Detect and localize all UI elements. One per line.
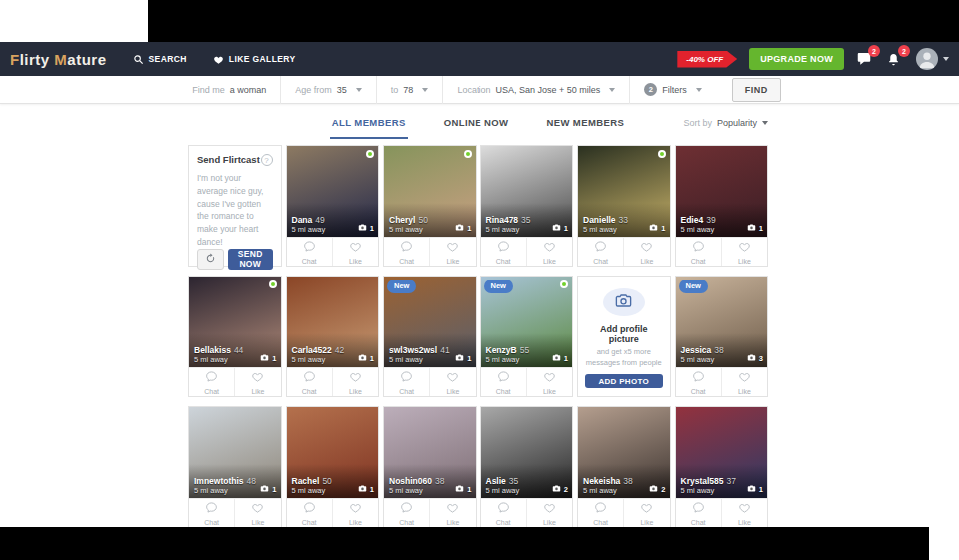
account-menu[interactable] — [916, 48, 949, 70]
chat-button[interactable]: Chat — [578, 499, 623, 527]
member-card[interactable]: New Rachel50 5 mi away 1 Chat — [286, 406, 380, 528]
chat-button[interactable]: Chat — [481, 499, 526, 527]
member-card[interactable]: New Carla452242 5 mi away 1 Chat — [286, 276, 380, 397]
like-button[interactable]: Like — [234, 368, 280, 396]
chat-button[interactable]: Chat — [384, 368, 429, 396]
like-button[interactable]: Like — [721, 499, 767, 527]
sort-by-label: Sort by — [683, 118, 712, 128]
member-photo[interactable]: New Danielle33 5 mi away 1 — [578, 146, 670, 237]
like-button[interactable]: Like — [623, 499, 669, 527]
help-icon[interactable]: ? — [261, 154, 273, 166]
member-card[interactable]: New Nekeisha38 5 mi away 2 Chat — [577, 406, 671, 528]
like-button[interactable]: Like — [234, 499, 280, 527]
member-photo[interactable]: New Rachel50 5 mi away 1 — [287, 407, 379, 498]
tab-new-members[interactable]: NEW MEMBERS — [544, 108, 626, 139]
sort-by-select[interactable]: Sort by Popularity — [683, 107, 768, 139]
like-button[interactable]: Like — [526, 499, 572, 527]
chat-button[interactable]: Chat — [189, 368, 234, 396]
refresh-message-button[interactable] — [197, 249, 224, 270]
nav-search[interactable]: SEARCH — [133, 54, 187, 65]
member-photo[interactable]: New swl3ws2wsl41 5 mi away 1 — [384, 277, 476, 367]
age-from-select[interactable]: Age from 35 — [280, 76, 376, 104]
tab-online-now[interactable]: ONLINE NOW — [442, 108, 511, 139]
add-photo-button[interactable]: ADD PHOTO — [585, 374, 663, 388]
filters-select[interactable]: 2 Filters — [629, 76, 716, 104]
member-card[interactable]: New swl3ws2wsl41 5 mi away 1 Chat — [383, 276, 477, 397]
like-button[interactable]: Like — [721, 368, 767, 396]
like-button[interactable]: Like — [429, 499, 475, 527]
member-card[interactable]: New Krystal58537 5 mi away 1 Chat — [675, 406, 769, 528]
chat-button[interactable]: Chat — [676, 238, 721, 266]
messages-button[interactable]: 2 — [856, 51, 874, 67]
member-photo[interactable]: New Krystal58537 5 mi away 1 — [676, 407, 768, 498]
find-me-select[interactable]: Find me a woman — [178, 76, 280, 104]
chat-button[interactable]: Chat — [578, 238, 623, 266]
like-button[interactable]: Like — [332, 368, 378, 396]
chat-button[interactable]: Chat — [676, 368, 721, 396]
chat-button[interactable]: Chat — [481, 238, 526, 266]
member-photo[interactable]: New Cheryl50 5 mi away 1 — [384, 146, 476, 237]
logo-text: M — [54, 51, 67, 68]
like-button[interactable]: Like — [623, 238, 669, 266]
member-photo[interactable]: New Nekeisha38 5 mi away 2 — [578, 407, 670, 498]
photo-count-value: 1 — [564, 354, 568, 363]
chat-button[interactable]: Chat — [189, 499, 234, 527]
like-button[interactable]: Like — [429, 368, 475, 396]
chat-button[interactable]: Chat — [287, 499, 332, 527]
heart-icon — [349, 369, 362, 387]
member-card[interactable]: New Rina47835 5 mi away 1 Chat — [480, 145, 574, 267]
camera-icon — [358, 353, 367, 364]
like-button[interactable]: Like — [332, 238, 378, 266]
member-photo[interactable]: New Noshin06038 5 mi away 1 — [384, 407, 476, 498]
member-card[interactable]: New Danielle33 5 mi away 1 Chat — [577, 145, 671, 267]
like-button[interactable]: Like — [429, 238, 475, 266]
upgrade-now-button[interactable]: UPGRADE NOW — [749, 48, 844, 70]
member-photo[interactable]: New Carla452242 5 mi away 1 — [287, 277, 379, 367]
like-button[interactable]: Like — [721, 238, 767, 266]
member-card[interactable]: New Jessica38 5 mi away 3 Chat — [675, 276, 769, 397]
camera-icon — [552, 484, 561, 495]
photo-count-value: 1 — [370, 485, 374, 494]
nav-like-gallery[interactable]: LIKE GALLERY — [213, 54, 296, 65]
member-age: 42 — [335, 345, 344, 355]
age-to-select[interactable]: to 78 — [376, 76, 443, 104]
like-button[interactable]: Like — [526, 368, 572, 396]
member-card[interactable]: New Imnewtothis48 5 mi away 1 Chat — [188, 406, 282, 528]
send-now-button[interactable]: SEND NOW — [228, 249, 273, 270]
member-card[interactable]: New Edie439 5 mi away 1 Chat — [675, 145, 769, 267]
top-navbar: Flirty Mature SEARCH LIKE GALLERY -40% O… — [0, 42, 959, 76]
member-photo[interactable]: New Edie439 5 mi away 1 — [676, 146, 768, 237]
notifications-count-badge: 2 — [898, 45, 910, 57]
like-button[interactable]: Like — [332, 499, 378, 527]
member-photo[interactable]: New Aslie35 5 mi away 2 — [481, 407, 573, 498]
chat-button[interactable]: Chat — [384, 238, 429, 266]
chat-button[interactable]: Chat — [481, 368, 526, 396]
member-card[interactable]: New Noshin06038 5 mi away 1 Chat — [383, 406, 477, 528]
member-photo[interactable]: New KenzyB55 5 mi away 1 — [481, 277, 573, 367]
find-button[interactable]: FIND — [732, 78, 781, 102]
member-card[interactable]: New Bellakiss44 5 mi away 1 Chat — [188, 276, 282, 397]
member-photo[interactable]: New Bellakiss44 5 mi away 1 — [189, 277, 281, 367]
member-photo[interactable]: New Jessica38 5 mi away 3 — [676, 277, 768, 367]
member-card[interactable]: New Aslie35 5 mi away 2 Chat — [480, 406, 574, 528]
location-select[interactable]: Location USA, San Jose + 50 miles — [442, 76, 629, 104]
chat-button[interactable]: Chat — [676, 499, 721, 527]
member-photo[interactable]: New Dana49 5 mi away 1 — [287, 146, 379, 237]
member-photo[interactable]: New Imnewtothis48 5 mi away 1 — [189, 407, 281, 498]
like-label: Like — [251, 388, 264, 395]
chat-button[interactable]: Chat — [384, 499, 429, 527]
chat-button[interactable]: Chat — [287, 238, 332, 266]
member-card[interactable]: New KenzyB55 5 mi away 1 Chat — [480, 276, 574, 397]
photo-count: 1 — [747, 484, 763, 495]
chat-button[interactable]: Chat — [287, 368, 332, 396]
like-button[interactable]: Like — [526, 238, 572, 266]
discount-badge[interactable]: -40% OFF — [677, 51, 737, 68]
member-card[interactable]: New Dana49 5 mi away 1 Chat — [286, 145, 380, 267]
site-logo[interactable]: Flirty Mature — [10, 51, 107, 68]
camera-icon — [649, 484, 658, 495]
member-photo[interactable]: New Rina47835 5 mi away 1 — [481, 146, 573, 237]
member-card[interactable]: New Cheryl50 5 mi away 1 Chat — [383, 145, 477, 267]
heart-icon — [543, 239, 556, 257]
tab-all-members[interactable]: ALL MEMBERS — [330, 108, 408, 139]
notifications-button[interactable]: 2 — [886, 51, 904, 67]
